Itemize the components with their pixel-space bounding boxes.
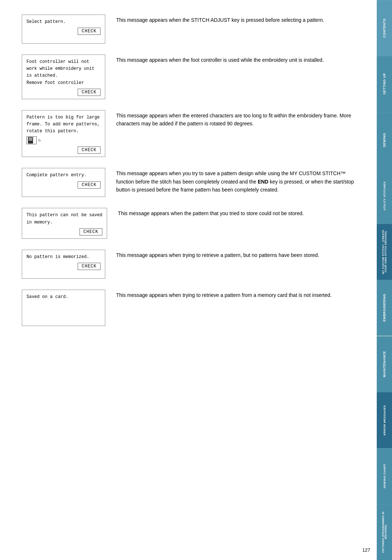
sidebar-tab-setting-up[interactable]: SETTING UP: [377, 56, 392, 112]
sidebar-tab-error-messages[interactable]: ERROR MESSAGES: [377, 392, 392, 448]
message-box-text-1: Select pattern.: [26, 19, 101, 25]
pattern-doc-icon: [26, 136, 37, 144]
svg-marker-4: [32, 137, 34, 138]
message-box-7: Saved on a card.: [22, 290, 105, 326]
message-box-6: No pattern is memorized. CHECK: [22, 250, 105, 279]
message-box-1: Select pattern. CHECK: [22, 15, 105, 44]
main-content: Select pattern. CHECK This message appea…: [0, 0, 377, 560]
sidebar: CONTENTS SETTING UP SEWING UTILITY STITC…: [377, 0, 392, 560]
message-row-5: This pattern can not be saved in memory.…: [22, 208, 355, 238]
sidebar-tab-sewing[interactable]: SEWING: [377, 112, 392, 168]
message-row-2: Foot controller will not work while embr…: [22, 55, 355, 99]
sidebar-tab-sewing-chart[interactable]: SEWING CHART: [377, 448, 392, 504]
check-button-6[interactable]: CHECK: [78, 263, 101, 270]
rotate-icon: ↻: [38, 138, 41, 142]
check-button-2[interactable]: CHECK: [78, 89, 101, 96]
check-button-1[interactable]: CHECK: [78, 28, 101, 35]
message-row-3: Pattern is too big for large frame. To a…: [22, 110, 355, 157]
svg-rect-1: [29, 138, 32, 138]
message-box-text-3: Pattern is too big for large frame. To a…: [26, 114, 101, 135]
sidebar-tab-utility-stitches[interactable]: UTILITY STITCHES: [377, 168, 392, 224]
message-box-text-2: Foot controller will not work while embr…: [26, 59, 101, 86]
description-2: This message appears when the foot contr…: [116, 55, 355, 64]
sidebar-tab-embroidering[interactable]: EMBROIDERING: [377, 280, 392, 336]
description-4: This message appears when you try to sav…: [116, 168, 355, 194]
message-box-text-6: No pattern is memorized.: [26, 254, 101, 261]
check-button-5[interactable]: CHECK: [79, 228, 102, 235]
check-button-4[interactable]: CHECK: [78, 181, 101, 189]
message-box-text-5: This pattern can not be saved in memory.: [26, 212, 102, 226]
message-box-text-7: Saved on a card.: [26, 294, 101, 301]
icon-area-3: ↻: [26, 136, 101, 144]
description-7: This message appears when trying to retr…: [116, 290, 355, 299]
message-row-6: No pattern is memorized. CHECK This mess…: [22, 250, 355, 279]
message-box-3: Pattern is too big for large frame. To a…: [22, 110, 105, 157]
sidebar-tab-patterns[interactable]: PATTERNS (PROGRAMMED IN MACHINE): [377, 504, 392, 560]
sidebar-tab-contents[interactable]: CONTENTS: [377, 0, 392, 56]
message-row-1: Select pattern. CHECK This message appea…: [22, 15, 355, 44]
sidebar-tab-maintenance[interactable]: MAINTENANCE: [377, 336, 392, 392]
description-1: This message appears when the STITCH ADJ…: [116, 15, 355, 24]
message-row-4: Complete pattern entry. CHECK This messa…: [22, 168, 355, 197]
page-number: 127: [362, 547, 370, 553]
message-box-5: This pattern can not be saved in memory.…: [22, 208, 107, 238]
message-box-4: Complete pattern entry. CHECK: [22, 168, 105, 197]
sidebar-tab-my-custom[interactable]: MY CUSTOM STITCH™ (CREATE YOUR OWN STITC…: [377, 224, 392, 280]
description-6: This message appears when trying to retr…: [116, 250, 355, 259]
description-5: This message appears when the pattern th…: [118, 208, 355, 217]
svg-rect-3: [29, 140, 32, 141]
page-wrapper: Select pattern. CHECK This message appea…: [0, 0, 392, 560]
svg-rect-2: [29, 139, 32, 140]
end-key-bold: END: [258, 179, 269, 185]
check-button-3[interactable]: CHECK: [78, 146, 101, 154]
message-box-2: Foot controller will not work while embr…: [22, 55, 105, 99]
description-3: This message appears when the entered ch…: [116, 110, 355, 128]
message-row-7: Saved on a card. This message appears wh…: [22, 290, 355, 326]
message-box-text-4: Complete pattern entry.: [26, 172, 101, 179]
